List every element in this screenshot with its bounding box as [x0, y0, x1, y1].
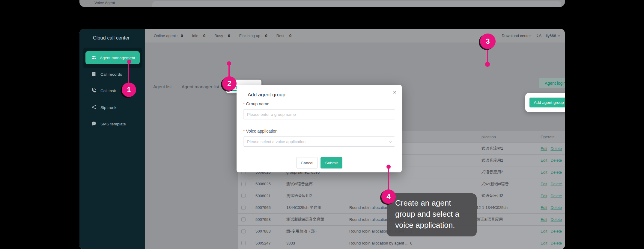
tab-agent-list[interactable]: Agent list	[153, 84, 172, 89]
cancel-button[interactable]: Cancel	[296, 157, 318, 168]
row-checkbox[interactable]	[241, 206, 246, 210]
chevron-down-icon	[389, 139, 392, 143]
voice-application-select[interactable]: Please select a voice application	[243, 136, 395, 147]
sidebar-item-label: Call task	[100, 89, 116, 93]
submit-button[interactable]: Submit	[321, 157, 342, 168]
group-name-input[interactable]	[243, 109, 395, 119]
chevron-down-icon: ∨	[558, 34, 560, 37]
sidebar: Cloud call center Agent management Call …	[79, 29, 145, 249]
stat-value: 0	[228, 34, 230, 38]
translate-icon[interactable]: 文A	[536, 33, 541, 38]
delete-link[interactable]: Delete	[550, 182, 562, 186]
sidebar-item-sip-trunk[interactable]: Sip trunk	[79, 101, 145, 113]
row-checkbox[interactable]	[241, 229, 246, 233]
delete-link[interactable]: Delete	[550, 158, 562, 163]
cell-group-name: 组-专用勿动（郑）	[286, 229, 349, 234]
cell-group-name: 1344C025ch-坐席组	[286, 205, 349, 210]
group-name-label: *Group name	[243, 101, 269, 106]
row-checkbox[interactable]	[241, 241, 246, 245]
cell-group-id: 5007965	[255, 205, 286, 210]
cell-application: 验证ai语音应用	[476, 217, 541, 222]
cell-group-id: 5008025	[255, 182, 286, 186]
cell-application: 式语音应用2	[476, 193, 541, 198]
topbar: Online agent :0 Idle :0 Busy :0 Finishin…	[145, 29, 565, 42]
edit-link[interactable]: Edit	[541, 217, 547, 222]
stat-label: Finishing up :	[239, 34, 262, 38]
edit-link[interactable]: Edit	[541, 205, 547, 210]
marker-2-dot	[227, 61, 231, 66]
voice-agent-toolbar	[152, 1, 561, 7]
cell-group-name: 测试ai语音坐席	[286, 181, 349, 187]
voice-application-label: *Voice application	[243, 129, 278, 133]
username: lly666	[546, 34, 556, 38]
tutorial-tooltip: Create an agent group and select a voice…	[387, 193, 477, 236]
phone-icon	[91, 88, 96, 94]
message-icon	[91, 121, 96, 127]
sidebar-item-agent-management[interactable]: Agent management	[85, 51, 140, 64]
cell-group-name: 3333	[286, 241, 349, 245]
sidebar-item-sms-template[interactable]: SMS template	[79, 118, 145, 130]
stat-value: 0	[181, 34, 183, 38]
add-actions-highlight: Add agent group Add agent groups in batc…	[525, 93, 565, 112]
stat-value: 0	[289, 34, 292, 38]
required-mark: *	[243, 101, 245, 106]
delete-link[interactable]: Delete	[550, 205, 562, 210]
edit-link[interactable]: Edit	[541, 229, 547, 233]
delete-link[interactable]: Delete	[550, 241, 562, 245]
table-row: 5005247 3333 Round robin allocation by a…	[238, 237, 565, 249]
delete-link[interactable]: Delete	[550, 217, 562, 222]
edit-link[interactable]: Edit	[541, 146, 547, 151]
cell-group-id: 5008021	[255, 194, 286, 198]
screenshot-canvas: Voice Agent Cloud call center Agent mana…	[0, 0, 644, 249]
cell-group-id: 5005247	[255, 241, 286, 245]
sidebar-item-call-records[interactable]: Call records	[79, 68, 145, 80]
cell-group-id: 5007953	[255, 217, 286, 222]
edit-link[interactable]: Edit	[541, 194, 547, 198]
stat-value: 0	[203, 34, 206, 38]
sidebar-item-label: Call records	[100, 72, 122, 77]
share-nodes-icon	[91, 105, 96, 110]
stat-value: 0	[265, 34, 267, 38]
tab-agent-manager-list[interactable]: Agent manager list	[182, 84, 219, 89]
stat-label: Idle :	[192, 34, 200, 38]
add-agent-group-button[interactable]: Add agent group	[529, 98, 565, 107]
cell-allocation: Round robin allocation by agent ...	[349, 241, 410, 245]
edit-link[interactable]: Edit	[541, 170, 547, 174]
cell-application: 式语音流程1	[476, 146, 541, 151]
close-icon[interactable]: ×	[393, 89, 396, 96]
cell-count: 6	[410, 241, 476, 245]
delete-link[interactable]: Delete	[550, 170, 562, 174]
marker-1: 1	[122, 83, 136, 97]
marker-4: 4	[381, 189, 396, 204]
row-checkbox[interactable]	[241, 217, 246, 221]
edit-link[interactable]: Edit	[541, 182, 547, 186]
marker-1-dot	[127, 60, 131, 64]
sidebar-active-wrap: Agent management	[83, 48, 142, 68]
delete-link[interactable]: Delete	[550, 229, 562, 233]
cell-group-name: 测试语音应用2	[286, 193, 349, 198]
marker-3-dot	[485, 62, 490, 67]
marker-2: 2	[222, 76, 237, 91]
edit-link[interactable]: Edit	[541, 158, 547, 163]
marker-1-stem	[128, 62, 129, 83]
delete-link[interactable]: Delete	[550, 146, 562, 151]
row-checkbox[interactable]	[241, 182, 246, 186]
table-row: 5008025 测试ai语音坐席 式ws新增ai语音 EditDeleteMan…	[238, 178, 565, 190]
delete-link[interactable]: Delete	[550, 194, 562, 198]
agent-stats: Online agent :0 Idle :0 Busy :0 Finishin…	[154, 34, 291, 38]
app-title: Cloud call center	[93, 35, 130, 41]
cell-application: 12-1-1344C025ch	[476, 205, 541, 210]
cell-group-id: 5007883	[255, 229, 286, 233]
required-mark: *	[243, 129, 245, 133]
cell-group-name: 测试新建ai语音坐席组	[286, 217, 349, 222]
sidebar-item-label: Agent management	[100, 56, 135, 60]
stat-label: Rest :	[276, 34, 287, 38]
edit-link[interactable]: Edit	[541, 241, 547, 245]
add-agent-group-modal: Add agent group × *Group name *Voice app…	[237, 85, 402, 172]
download-center-link[interactable]: Download center	[502, 34, 531, 38]
user-menu[interactable]: lly666∨	[546, 34, 560, 38]
row-checkbox[interactable]	[241, 194, 246, 198]
sidebar-item-label: Sip trunk	[100, 105, 116, 110]
marker-4-dot	[386, 165, 391, 169]
agent-login-url: Agent login URL https://cc-laaffic.tyhte…	[539, 78, 565, 88]
